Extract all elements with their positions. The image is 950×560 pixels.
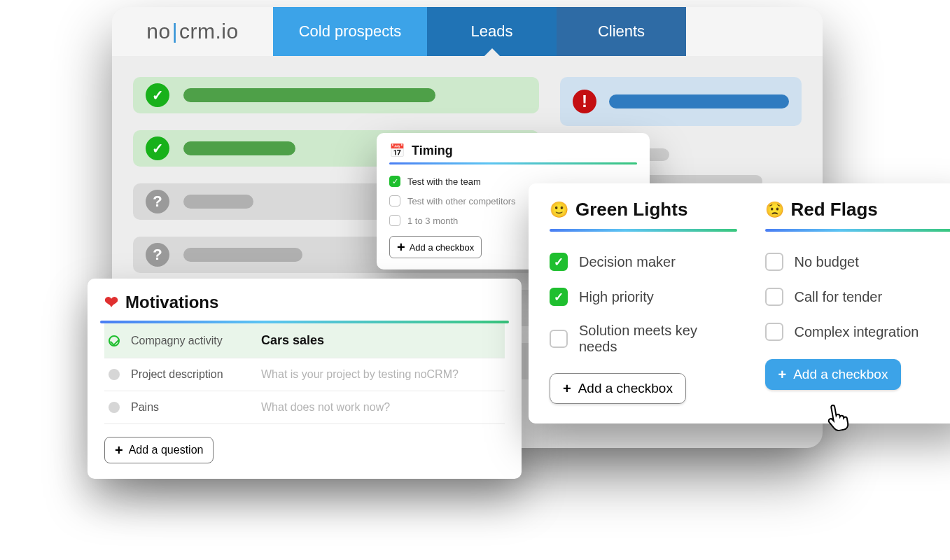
plus-icon: +	[397, 240, 405, 254]
add-question-button[interactable]: + Add a question	[104, 437, 214, 463]
checkbox-icon[interactable]	[765, 323, 783, 341]
plus-icon: +	[778, 368, 787, 382]
bullet-icon	[109, 369, 120, 380]
tab-spacer	[686, 7, 823, 56]
motivation-placeholder: What is your project by testing noCRM?	[261, 368, 459, 381]
timing-header: 📅 Timing	[389, 143, 637, 158]
check-circle-icon: ✓	[146, 136, 169, 160]
red-flag-label: Call for tender	[795, 289, 883, 305]
red-flag-label: No budget	[795, 254, 859, 270]
timing-item-label: Test with other competitors	[407, 196, 516, 206]
brand-logo: no|crm.io	[112, 7, 273, 56]
motivation-placeholder: What does not work now?	[261, 401, 390, 414]
checkbox-icon[interactable]	[765, 288, 783, 306]
alert-card[interactable]: !	[560, 77, 802, 126]
bullet-icon	[109, 402, 120, 413]
motivation-value: Cars sales	[261, 333, 324, 348]
red-flag-label: Complex integration	[795, 324, 919, 340]
green-light-label: High priority	[579, 289, 654, 305]
status-row[interactable]: ✓	[133, 77, 539, 113]
motivation-row[interactable]: Compagny activity Cars sales	[104, 323, 505, 358]
calendar-icon: 📅	[389, 143, 405, 158]
motivation-label: Project description	[131, 368, 250, 381]
timing-item-label: 1 to 3 month	[407, 216, 458, 226]
checkbox-icon[interactable]	[550, 330, 568, 348]
add-question-label: Add a question	[129, 444, 204, 456]
worried-icon: 😟	[765, 201, 784, 219]
tab-cold-prospects[interactable]: Cold prospects	[273, 7, 427, 56]
brand-part2: crm	[179, 20, 215, 43]
status-bar	[183, 195, 253, 209]
red-flag-item[interactable]: Complex integration	[765, 314, 951, 349]
timing-item-label: Test with the team	[407, 176, 481, 187]
motivation-row[interactable]: Project description What is your project…	[104, 358, 505, 391]
motivation-row[interactable]: Pains What does not work now?	[104, 391, 505, 424]
status-bar	[183, 88, 435, 102]
red-flag-item[interactable]: No budget	[765, 244, 951, 279]
checkbox-icon[interactable]	[765, 253, 783, 271]
brand-part3: .io	[215, 20, 238, 43]
green-lights-title: Green Lights	[575, 199, 687, 220]
red-flags-title: Red Flags	[791, 199, 878, 220]
green-light-label: Decision maker	[579, 254, 676, 270]
status-bar	[183, 248, 302, 262]
red-flag-item[interactable]: Call for tender	[765, 279, 951, 314]
add-checkbox-label: Add a checkbox	[793, 367, 888, 382]
tab-leads[interactable]: Leads	[427, 7, 557, 56]
green-light-item[interactable]: Solution meets key needs	[550, 314, 737, 363]
motivation-label: Pains	[131, 401, 250, 414]
green-light-item[interactable]: ✓ High priority	[550, 279, 737, 314]
check-outline-icon	[109, 335, 120, 346]
timing-title: Timing	[412, 144, 453, 158]
brand-pipe: |	[171, 20, 179, 43]
question-circle-icon: ?	[146, 243, 169, 267]
motivations-header: ❤ Motivations	[104, 293, 505, 312]
divider	[550, 229, 737, 232]
check-circle-icon: ✓	[146, 83, 169, 107]
add-checkbox-button[interactable]: + Add a checkbox	[550, 373, 686, 404]
tab-clients[interactable]: Clients	[557, 7, 686, 56]
lights-card: 🙂 Green Lights ✓ Decision maker ✓ High p…	[529, 183, 950, 424]
add-checkbox-label: Add a checkbox	[578, 381, 673, 396]
nav-tabs: Cold prospects Leads Clients	[273, 7, 823, 56]
brand-part1: no	[146, 20, 170, 43]
motivations-card: ❤ Motivations Compagny activity Cars sal…	[88, 279, 522, 479]
alert-bar	[609, 94, 789, 108]
checkbox-checked-icon[interactable]: ✓	[550, 288, 568, 306]
plus-icon: +	[115, 443, 123, 457]
green-light-item[interactable]: ✓ Decision maker	[550, 244, 737, 279]
divider	[389, 162, 637, 164]
add-checkbox-label: Add a checkbox	[410, 242, 475, 253]
checkbox-icon[interactable]	[389, 215, 400, 226]
smile-icon: 🙂	[550, 201, 568, 219]
add-checkbox-button-primary[interactable]: + Add a checkbox	[765, 359, 902, 390]
question-circle-icon: ?	[146, 190, 169, 214]
green-light-label: Solution meets key needs	[579, 323, 737, 355]
motivations-title: Motivations	[125, 293, 218, 312]
red-flags-header: 😟 Red Flags	[765, 199, 951, 220]
topbar: no|crm.io Cold prospects Leads Clients	[112, 7, 823, 56]
heart-icon: ❤	[104, 293, 118, 312]
alert-circle-icon: !	[573, 90, 596, 113]
green-lights-column: 🙂 Green Lights ✓ Decision maker ✓ High p…	[550, 199, 737, 404]
divider	[765, 229, 951, 232]
checkbox-checked-icon[interactable]: ✓	[389, 176, 400, 187]
status-bar	[183, 141, 295, 155]
plus-icon: +	[563, 382, 571, 396]
checkbox-checked-icon[interactable]: ✓	[550, 253, 568, 271]
red-flags-column: 😟 Red Flags No budget Call for tender Co…	[765, 199, 951, 404]
checkbox-icon[interactable]	[389, 195, 400, 206]
green-lights-header: 🙂 Green Lights	[550, 199, 737, 220]
add-checkbox-button[interactable]: + Add a checkbox	[389, 236, 482, 258]
motivation-label: Compagny activity	[131, 335, 250, 347]
